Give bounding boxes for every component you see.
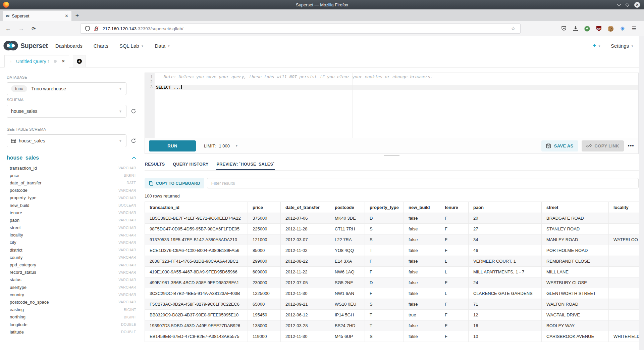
tab-close-icon[interactable]: ✕ — [65, 13, 68, 18]
table-cell: MK40 3DE — [330, 213, 365, 224]
nav-item-data[interactable]: Data▼ — [155, 43, 170, 49]
table-row[interactable]: BB8320C9-D82B-4B37-90E0-9FEE05095E101954… — [145, 310, 640, 320]
save-as-button[interactable]: SAVE AS — [541, 140, 578, 151]
table-row[interactable]: 98F5DC47-0D05-4D59-95B7-98CA6F1FDE052250… — [145, 224, 640, 234]
tracking-shield-icon[interactable] — [85, 26, 90, 31]
table-cell: 119000 — [248, 331, 281, 342]
table-row[interactable]: 91370533-19F5-47FE-B142-A380A8ADA2101210… — [145, 234, 640, 245]
refresh-schema-icon[interactable] — [131, 108, 136, 114]
column-header-tenure[interactable]: tenure — [440, 202, 469, 213]
column-header-postcode[interactable]: postcode — [330, 202, 365, 213]
table-cell: 2012-11-30 — [281, 331, 330, 342]
sql-editor[interactable]: 123 -- Note: Unless you save your query,… — [145, 73, 639, 154]
column-name: district — [10, 248, 22, 253]
table-cell: F — [440, 310, 469, 320]
extension-asterisk-icon[interactable]: ✳ — [620, 26, 626, 32]
column-header-paon[interactable]: paon — [469, 202, 542, 213]
schema-column-row: countryVARCHAR — [7, 291, 136, 298]
collapse-chevron-icon[interactable] — [132, 157, 136, 159]
column-header-price[interactable]: price — [248, 202, 281, 213]
table-row[interactable]: EB1459EB-67ED-47C8-B2E7-A38143AB55751190… — [145, 331, 640, 342]
url-bar[interactable]: 217.160.120.143:32393/superset/sqllab/ ☆ — [80, 24, 521, 34]
query-tab-active[interactable]: ⋮ Untitled Query 1 ✕ — [4, 55, 69, 68]
run-button[interactable]: RUN — [149, 140, 196, 151]
column-header-new_build[interactable]: new_build — [404, 202, 440, 213]
cookie-extension-icon[interactable] — [608, 26, 614, 32]
table-select[interactable]: house_sales ▼ — [7, 134, 126, 147]
extension-privacy-icon[interactable] — [584, 26, 590, 32]
settings-menu[interactable]: Settings▼ — [611, 43, 634, 49]
browser-tab[interactable]: ∞ Superset ✕ — [3, 11, 71, 21]
copy-to-clipboard-button[interactable]: COPY TO CLIPBOARD — [145, 178, 204, 188]
column-header-street[interactable]: street — [542, 202, 609, 213]
reload-button[interactable]: ⟳ — [32, 26, 36, 31]
query-tab-close-icon[interactable]: ✕ — [62, 59, 65, 63]
table-cell: M45 6UP — [330, 331, 365, 342]
table-cell: F — [440, 299, 469, 310]
unsaved-dot-icon — [54, 60, 57, 63]
window-maximize-icon[interactable] — [625, 3, 630, 7]
filter-results-input[interactable]: Filter results — [207, 178, 639, 188]
new-tab-button[interactable]: + — [71, 11, 83, 21]
table-cell: D — [365, 277, 404, 288]
downloads-icon[interactable] — [573, 26, 579, 32]
table-cell: L — [440, 288, 469, 299]
copy-link-button[interactable]: COPY LINK — [582, 140, 624, 151]
forward-button[interactable]: → — [18, 26, 24, 32]
page-scrollbar[interactable] — [639, 36, 644, 350]
refresh-table-icon[interactable] — [131, 138, 136, 143]
column-name: easting — [10, 307, 24, 312]
table-name-heading[interactable]: house_sales — [7, 155, 39, 161]
bookmark-star-icon[interactable]: ☆ — [511, 26, 515, 32]
more-menu-button[interactable]: ••• — [628, 143, 634, 148]
table-cell — [609, 288, 640, 299]
results-tab-results[interactable]: RESULTS — [145, 159, 165, 170]
table-row[interactable]: 3C3C29DC-B7B2-4BE5-914A-A38123AF403B1225… — [145, 288, 640, 299]
column-type: BIGINT — [124, 308, 136, 312]
chevron-down-icon: ▼ — [235, 144, 238, 147]
menu-icon[interactable]: ☰ — [631, 26, 637, 32]
table-row[interactable]: 2636F323-FF41-4765-81DB-98CAA6A43BC12990… — [145, 256, 640, 267]
insecure-lock-icon[interactable] — [94, 26, 99, 31]
nav-item-sql-lab[interactable]: SQL Lab▼ — [119, 43, 144, 49]
table-row[interactable]: 193907D3-5DBD-453D-A49E-9FEE27DAB9261380… — [145, 320, 640, 331]
column-header-property_type[interactable]: property_type — [365, 202, 404, 213]
column-header-transaction_id[interactable]: transaction_id — [145, 202, 248, 213]
table-row[interactable]: 419E1030-9A55-4467-8DA9-9FED95D659666090… — [145, 267, 640, 277]
table-cell: F — [440, 213, 469, 224]
nav-item-charts[interactable]: Charts — [94, 43, 108, 49]
window-close-icon[interactable]: ✕ — [634, 2, 640, 8]
table-cell: BODLEY WAY — [542, 320, 609, 331]
table-row[interactable]: ECE1D376-C9A6-4C00-B004-A380B189FA568500… — [145, 245, 640, 256]
schema-column-row: cityVARCHAR — [7, 239, 136, 246]
column-name: locality — [10, 232, 23, 237]
table-cell: 2012-11-22 — [281, 267, 330, 277]
resize-handle[interactable] — [145, 154, 639, 159]
table-row[interactable]: 499B1981-3B6B-4BCD-808F-9FED9802BFA12300… — [145, 277, 640, 288]
add-query-tab-button[interactable]: + — [73, 55, 86, 67]
table-cell: false — [404, 267, 440, 277]
superset-logo[interactable]: Superset — [3, 41, 48, 51]
column-name: record_status — [10, 270, 36, 275]
ublock-icon[interactable]: U0 — [596, 26, 602, 32]
window-minimize-icon[interactable] — [617, 2, 621, 6]
database-select[interactable]: trino Trino warehouse ▼ — [7, 82, 126, 95]
results-tab-query-history[interactable]: QUERY HISTORY — [173, 159, 209, 170]
table-row[interactable]: 1B5C39ED-BE7F-41EF-9E71-9C60EED74A223750… — [145, 213, 640, 224]
limit-dropdown[interactable]: LIMIT: 1 000 ▼ — [204, 143, 238, 148]
schema-select[interactable]: house_sales ▼ — [7, 105, 126, 118]
column-header-date_of_transfer[interactable]: date_of_transfer — [281, 202, 330, 213]
table-row[interactable]: F5C273AC-0D2A-458F-8279-9C61F0C22EC66500… — [145, 299, 640, 310]
table-cell: 46 — [469, 245, 542, 256]
rows-returned-text: 100 rows returned — [145, 193, 639, 199]
pocket-icon[interactable] — [561, 26, 567, 32]
back-button[interactable]: ← — [5, 26, 11, 32]
table-cell: 121000 — [248, 234, 281, 245]
results-tab-preview[interactable]: PREVIEW: `HOUSE_SALES` — [216, 159, 275, 170]
add-new-button[interactable]: +▼ — [593, 43, 601, 49]
column-header-locality[interactable]: locality — [609, 202, 640, 213]
column-type: VARCHAR — [118, 263, 136, 267]
table-cell: F — [365, 288, 404, 299]
column-name: county — [10, 255, 22, 260]
nav-item-dashboards[interactable]: Dashboards — [55, 43, 83, 49]
